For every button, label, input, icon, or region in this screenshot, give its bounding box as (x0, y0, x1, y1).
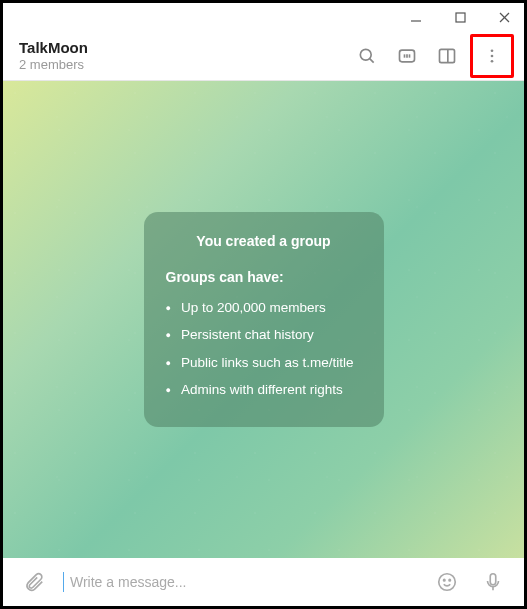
group-info-card: You created a group Groups can have: Up … (144, 212, 384, 427)
svg-point-14 (491, 59, 494, 62)
minimize-button[interactable] (402, 6, 430, 28)
info-list-item: Up to 200,000 members (166, 297, 362, 319)
side-panel-button[interactable] (430, 39, 464, 73)
svg-point-17 (449, 579, 450, 580)
svg-rect-18 (490, 574, 496, 585)
svg-point-15 (439, 574, 456, 591)
svg-line-5 (370, 58, 374, 62)
maximize-button[interactable] (446, 6, 474, 28)
svg-point-16 (444, 579, 445, 580)
header-actions (350, 34, 514, 78)
info-card-list: Up to 200,000 members Persistent chat hi… (166, 297, 362, 401)
svg-point-4 (360, 49, 371, 60)
chat-subtitle: 2 members (19, 57, 350, 72)
video-chat-button[interactable] (390, 39, 424, 73)
search-button[interactable] (350, 39, 384, 73)
more-button-highlight (470, 34, 514, 78)
info-card-title: You created a group (166, 230, 362, 252)
chat-header: TalkMoon 2 members (3, 31, 524, 81)
svg-rect-1 (456, 13, 465, 22)
message-composer (3, 558, 524, 606)
info-list-item: Public links such as t.me/title (166, 352, 362, 374)
close-button[interactable] (490, 6, 518, 28)
chat-info[interactable]: TalkMoon 2 members (19, 39, 350, 72)
emoji-button[interactable] (430, 565, 464, 599)
voice-message-button[interactable] (476, 565, 510, 599)
window-titlebar (3, 3, 524, 31)
svg-point-13 (491, 54, 494, 57)
info-card-subtitle: Groups can have: (166, 266, 362, 288)
more-options-button[interactable] (475, 39, 509, 73)
info-list-item: Admins with different rights (166, 379, 362, 401)
attach-button[interactable] (17, 565, 51, 599)
svg-point-12 (491, 49, 494, 52)
chat-title: TalkMoon (19, 39, 350, 56)
chat-area: You created a group Groups can have: Up … (3, 81, 524, 558)
info-list-item: Persistent chat history (166, 324, 362, 346)
message-input[interactable] (63, 572, 418, 592)
